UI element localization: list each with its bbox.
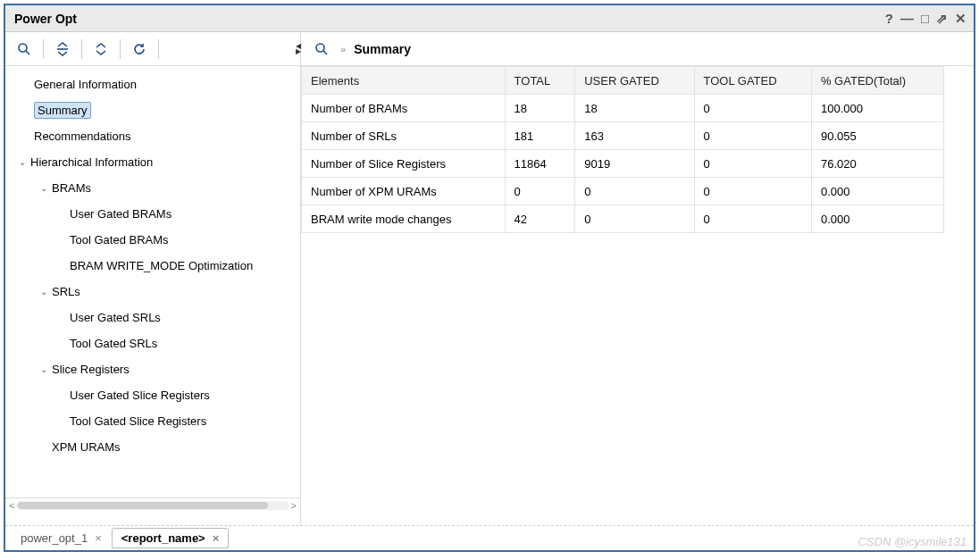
window-title: Power Opt xyxy=(14,12,885,26)
tree-label: Hierarchical Information xyxy=(30,155,153,169)
expand-all-icon[interactable] xyxy=(89,38,113,61)
cell-total: 0 xyxy=(505,178,575,205)
chevron-down-icon[interactable]: ⌄ xyxy=(38,287,50,297)
tree-item-srls-user[interactable]: User Gated SRLs xyxy=(5,305,300,330)
cell-pct: 0.000 xyxy=(811,178,943,205)
tree-item-brams[interactable]: ⌄ BRAMs xyxy=(5,175,300,201)
cell-user: 0 xyxy=(575,178,694,205)
col-user-gated[interactable]: USER GATED xyxy=(575,67,694,95)
scroll-track[interactable] xyxy=(16,501,289,510)
scroll-left-icon[interactable]: < xyxy=(7,500,16,511)
table-body: Number of BRAMs 18 18 0 100.000 Number o… xyxy=(302,95,944,233)
search-icon[interactable] xyxy=(310,38,333,61)
tree-label: Tool Gated SRLs xyxy=(70,337,157,350)
window-controls: ? — □ ⇗ ✕ xyxy=(885,12,966,25)
col-elements[interactable]: Elements xyxy=(302,67,506,95)
tree-label: User Gated SRLs xyxy=(70,311,161,324)
tree-label: XPM URAMs xyxy=(52,440,121,454)
cell-elements: BRAM write mode changes xyxy=(302,205,506,233)
cell-user: 0 xyxy=(575,205,694,233)
tree-item-sliceregs-user[interactable]: User Gated Slice Registers xyxy=(5,382,300,408)
tree-item-srls[interactable]: ⌄ SRLs xyxy=(5,279,300,305)
tree-label: User Gated Slice Registers xyxy=(70,389,210,402)
chevron-down-icon[interactable]: ⌄ xyxy=(38,183,50,193)
nav-tree: General Information Summary Recommendati… xyxy=(5,66,300,525)
table-row[interactable]: BRAM write mode changes 42 0 0 0.000 xyxy=(302,205,944,233)
cell-user: 18 xyxy=(575,95,694,122)
summary-table: Elements TOTAL USER GATED TOOL GATED % G… xyxy=(301,66,944,233)
maximize-icon[interactable]: □ xyxy=(921,12,929,25)
col-total[interactable]: TOTAL xyxy=(505,67,575,95)
content-toolbar: » Summary xyxy=(301,32,974,66)
table-row[interactable]: Number of SRLs 181 163 0 90.055 xyxy=(302,122,944,150)
tree-label: SRLs xyxy=(52,285,80,298)
close-icon[interactable]: ✕ xyxy=(955,12,966,25)
cell-pct: 100.000 xyxy=(811,95,943,122)
toolbar-separator xyxy=(43,39,44,59)
collapse-all-icon[interactable] xyxy=(51,38,74,61)
tab-label: <report_name> xyxy=(121,531,205,545)
tree-label: Recommendations xyxy=(34,130,130,143)
help-icon[interactable]: ? xyxy=(885,12,893,25)
tree-item-recommendations[interactable]: Recommendations xyxy=(5,123,300,149)
minimize-icon[interactable]: — xyxy=(900,12,914,25)
tab-power-opt-1[interactable]: power_opt_1 × xyxy=(11,528,112,548)
refresh-icon[interactable] xyxy=(128,38,151,61)
cell-total: 42 xyxy=(505,205,575,233)
restore-icon[interactable]: ⇗ xyxy=(936,12,948,25)
tabstrip: power_opt_1 × <report_name> × CSDN @icys… xyxy=(5,525,974,550)
close-icon[interactable]: × xyxy=(95,531,102,545)
tree-item-brams-wm[interactable]: BRAM WRITE_MODE Optimization xyxy=(5,253,300,279)
tree-label: Slice Registers xyxy=(52,363,130,376)
content-heading: Summary xyxy=(354,42,411,56)
body: ◀▶ General Information Summary Recommend… xyxy=(5,32,974,525)
chevron-down-icon[interactable]: ⌄ xyxy=(38,364,50,374)
cell-total: 18 xyxy=(505,95,575,122)
tree-item-xpm-urams[interactable]: XPM URAMs xyxy=(5,434,300,460)
table-row[interactable]: Number of BRAMs 18 18 0 100.000 xyxy=(302,95,944,122)
tree-scroll: General Information Summary Recommendati… xyxy=(5,71,300,497)
toolbar-separator xyxy=(81,39,82,59)
tree-item-hierarchical[interactable]: ⌄ Hierarchical Information xyxy=(5,149,300,175)
splitter-handle[interactable]: ◀▶ xyxy=(296,44,301,54)
cell-elements: Number of XPM URAMs xyxy=(302,178,506,205)
tree-label: BRAM WRITE_MODE Optimization xyxy=(70,259,253,272)
close-icon[interactable]: × xyxy=(213,531,220,545)
svg-point-0 xyxy=(19,44,27,52)
sidebar-toolbar: ◀▶ xyxy=(5,32,300,66)
tab-label: power_opt_1 xyxy=(21,531,88,545)
cell-elements: Number of Slice Registers xyxy=(302,150,506,178)
table-row[interactable]: Number of Slice Registers 11864 9019 0 7… xyxy=(302,150,944,178)
cell-tool: 0 xyxy=(694,178,811,205)
cell-tool: 0 xyxy=(694,150,811,178)
cell-total: 181 xyxy=(505,122,575,150)
tree-label: Tool Gated Slice Registers xyxy=(70,414,206,428)
tree-item-brams-user[interactable]: User Gated BRAMs xyxy=(5,201,300,227)
table-row[interactable]: Number of XPM URAMs 0 0 0 0.000 xyxy=(302,178,944,205)
power-opt-window: Power Opt ? — □ ⇗ ✕ xyxy=(4,4,975,552)
tree-item-srls-tool[interactable]: Tool Gated SRLs xyxy=(5,330,300,356)
watermark: CSDN @icysmile131 xyxy=(858,535,966,548)
scroll-thumb[interactable] xyxy=(18,502,268,509)
tree-item-sliceregs[interactable]: ⌄ Slice Registers xyxy=(5,356,300,382)
col-pct-gated[interactable]: % GATED(Total) xyxy=(811,67,943,95)
col-tool-gated[interactable]: TOOL GATED xyxy=(694,67,811,95)
tree-item-general-info[interactable]: General Information xyxy=(5,71,300,97)
tree-label: Summary xyxy=(34,102,91,119)
tree-item-brams-tool[interactable]: Tool Gated BRAMs xyxy=(5,227,300,253)
search-icon[interactable] xyxy=(13,38,36,61)
content: » Summary Elements TOTAL USER GATED TOOL… xyxy=(300,32,974,525)
table-header-row: Elements TOTAL USER GATED TOOL GATED % G… xyxy=(302,67,944,95)
cell-elements: Number of SRLs xyxy=(302,122,506,150)
chevron-down-icon[interactable]: ⌄ xyxy=(16,157,29,167)
table-wrap: Elements TOTAL USER GATED TOOL GATED % G… xyxy=(301,66,974,525)
tree-item-summary[interactable]: Summary xyxy=(5,97,300,123)
svg-line-4 xyxy=(323,51,327,54)
cell-user: 9019 xyxy=(575,150,694,178)
scroll-right-icon[interactable]: > xyxy=(289,500,298,511)
svg-point-3 xyxy=(316,44,324,52)
tab-report-name[interactable]: <report_name> × xyxy=(112,528,230,548)
tree-item-sliceregs-tool[interactable]: Tool Gated Slice Registers xyxy=(5,408,300,434)
h-scrollbar[interactable]: < > xyxy=(5,497,300,512)
sidebar: ◀▶ General Information Summary Recommend… xyxy=(5,32,300,525)
